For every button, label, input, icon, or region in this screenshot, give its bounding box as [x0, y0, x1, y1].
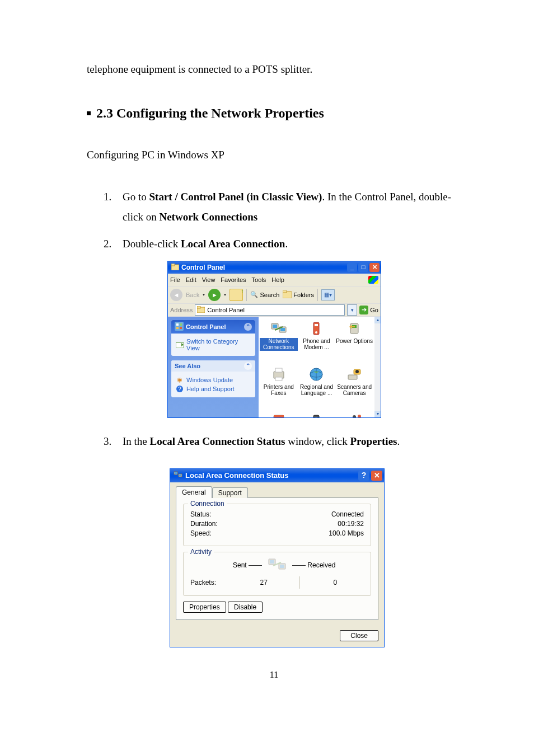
item-printers-faxes[interactable]: Printers and Faxes — [260, 366, 298, 412]
menu-view[interactable]: View — [202, 276, 216, 283]
item-power-options[interactable]: Power Options — [335, 320, 373, 366]
disable-button[interactable]: Disable — [228, 602, 263, 613]
group-activity: Activity Sent —— —— Received Packets: 27 — [183, 552, 371, 596]
scroll-down-icon[interactable]: ▾ — [374, 411, 381, 417]
received-label: Received — [307, 561, 335, 569]
row-status: Status: Connected — [190, 510, 364, 518]
address-value: Control Panel — [207, 307, 245, 313]
item-scanners-cameras[interactable]: Scanners and Cameras — [335, 366, 373, 412]
svg-rect-52 — [270, 560, 274, 564]
text-bold: Properties — [350, 435, 397, 447]
folder-icon — [197, 306, 205, 314]
address-label: Address — [170, 307, 193, 313]
step-number: 1. — [104, 187, 123, 227]
section-heading: 2.3 Configuring the Network Properties — [87, 106, 461, 121]
collapse-icon[interactable]: ⌃ — [244, 323, 252, 331]
text: Go to — [123, 191, 149, 203]
group-title: Connection — [188, 500, 227, 508]
text: window, click — [285, 435, 350, 447]
phone-modem-icon — [308, 320, 325, 337]
dialog-footer: Close — [170, 626, 384, 647]
tab-support[interactable]: Support — [212, 487, 248, 498]
maximize-button[interactable]: □ — [358, 263, 368, 272]
svg-rect-48 — [175, 472, 177, 474]
item-phone-modem[interactable]: Phone and Modem ... — [298, 320, 336, 366]
scroll-up-icon[interactable]: ▴ — [374, 317, 381, 323]
folders-button[interactable]: Folders — [283, 290, 314, 299]
titlebar[interactable]: Control Panel _ □ ✕ — [168, 261, 381, 274]
menu-edit[interactable]: Edit — [186, 276, 196, 283]
link-label: Help and Support — [186, 386, 235, 392]
item-regional-language[interactable]: Regional and Language ... — [298, 366, 336, 412]
sidebar-link-help-support[interactable]: ? Help and Support — [176, 385, 251, 393]
address-field[interactable]: Control Panel — [195, 304, 345, 316]
help-button[interactable]: ? — [358, 471, 369, 481]
item-sounds-audio[interactable]: Sounds and Audio Devices — [298, 412, 336, 417]
collapse-icon[interactable]: ⌃ — [244, 362, 252, 370]
svg-point-33 — [355, 370, 359, 373]
network-connections-icon — [270, 320, 287, 337]
item-network-connections[interactable]: Network Connections — [260, 320, 298, 366]
menu-file[interactable]: File — [170, 276, 180, 283]
close-button[interactable]: ✕ — [371, 471, 382, 481]
sidebar-panel-see-also: See Also ⌃ ◉ Windows Update ? — [171, 360, 255, 397]
folders-icon — [283, 290, 292, 299]
search-button[interactable]: 🔍 Search — [250, 291, 279, 298]
menu-tools[interactable]: Tools — [252, 276, 266, 283]
speech-icon — [346, 412, 363, 417]
step-3: 3. In the Local Area Connection Status w… — [104, 431, 461, 452]
button-row: Properties Disable — [183, 602, 371, 613]
titlebar[interactable]: Local Area Connection Status ? ✕ — [170, 469, 384, 482]
close-button[interactable]: ✕ — [369, 263, 380, 272]
lacs-window: Local Area Connection Status ? ✕ General… — [170, 468, 385, 647]
svg-rect-9 — [176, 327, 179, 329]
step-number: 2. — [104, 234, 123, 254]
svg-rect-53 — [280, 565, 284, 568]
properties-button[interactable]: Properties — [183, 602, 226, 613]
tabs: General Support — [176, 486, 378, 498]
folder-icon — [171, 264, 179, 271]
sidebar-panel-header[interactable]: See Also ⌃ — [171, 360, 255, 372]
forward-button[interactable]: ► — [208, 289, 221, 301]
folders-label: Folders — [293, 292, 314, 298]
forward-dropdown[interactable]: ▾ — [224, 292, 226, 297]
minimize-button[interactable]: _ — [347, 263, 357, 272]
sidebar-panel-control-panel: Control Panel ⌃ Switch to Category View — [171, 320, 255, 356]
text-bold: Start / Control Panel (in Classic View) — [149, 191, 322, 203]
menu-help[interactable]: Help — [271, 276, 284, 283]
item-speech[interactable]: Speech — [335, 412, 373, 417]
address-dropdown[interactable]: ▾ — [347, 304, 357, 316]
icon-label: Phone and Modem ... — [298, 338, 336, 351]
svg-rect-7 — [176, 323, 179, 326]
views-button[interactable]: ▦▾ — [321, 289, 335, 300]
svg-rect-3 — [283, 290, 287, 293]
menu-favorites[interactable]: Favorites — [221, 276, 246, 283]
scrollbar[interactable]: ▴ ▾ — [374, 317, 381, 417]
globe-icon — [308, 366, 325, 383]
text: . — [285, 238, 288, 250]
tab-general[interactable]: General — [176, 486, 212, 498]
packets-received-value: 0 — [307, 579, 364, 586]
text: In the — [123, 435, 150, 447]
menubar: File Edit View Favorites Tools Help — [168, 274, 381, 287]
bullet-icon — [87, 111, 91, 115]
separator — [317, 289, 318, 301]
separator — [299, 576, 300, 589]
sidebar-panel-header[interactable]: Control Panel ⌃ — [171, 320, 255, 334]
svg-rect-6 — [175, 322, 184, 331]
icon-view: Network Connections Phone and Modem ... … — [259, 317, 381, 417]
svg-rect-21 — [315, 324, 318, 326]
row-speed: Speed: 100.0 Mbps — [190, 529, 364, 537]
svg-text:?: ? — [178, 386, 181, 392]
sidebar-link-switch-view[interactable]: Switch to Category View — [176, 338, 251, 351]
item-scheduled-tasks[interactable]: Scheduled Tasks — [260, 412, 298, 417]
sidebar-link-windows-update[interactable]: ◉ Windows Update — [176, 376, 251, 384]
step-1: 1. Go to Start / Control Panel (in Class… — [104, 187, 461, 227]
close-dialog-button[interactable]: Close — [340, 630, 378, 641]
back-dropdown[interactable]: ▾ — [203, 292, 205, 297]
svg-rect-8 — [180, 323, 182, 326]
status-value: Connected — [331, 510, 364, 518]
text-bold: Local Area Connection — [181, 238, 285, 250]
up-button[interactable] — [229, 289, 243, 301]
go-button[interactable]: ➔ Go — [359, 306, 378, 314]
